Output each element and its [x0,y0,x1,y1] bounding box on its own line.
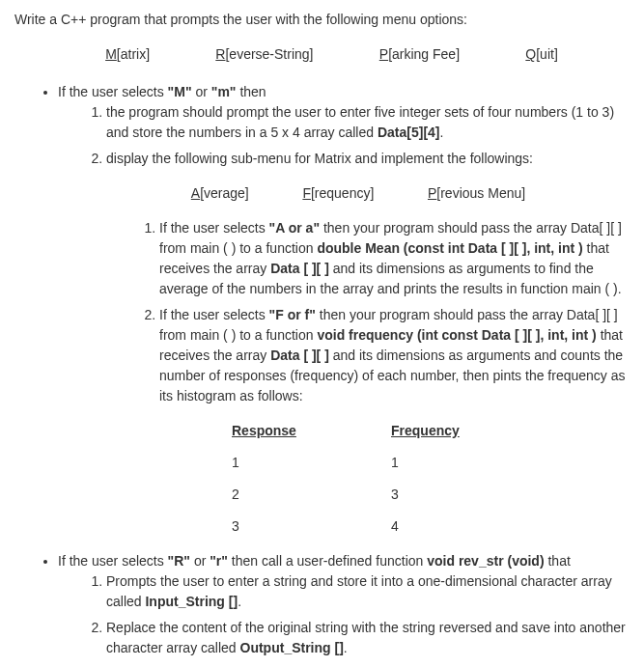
menu-matrix: M[atrix] [105,44,150,65]
main-menu-row: M[atrix] R[everse-String] P[arking Fee] … [14,44,630,65]
submenu-step-f: If the user selects "F or f" then your p… [159,305,630,406]
main-bullet-list: If the user selects "M" or "m" then the … [14,82,630,667]
submenu-frequency: F[requency] [302,183,374,204]
table-header-row: Response Frequency [232,421,630,441]
reverse-steps: Prompts the user to enter a string and s… [58,571,630,667]
bullet-matrix: If the user selects "M" or "m" then the … [58,82,630,537]
header-response: Response [232,421,391,441]
intro-text: Write a C++ program that prompts the use… [14,10,630,30]
menu-reverse: R[everse-String] [215,44,313,65]
submenu-average: A[verage] [191,183,249,204]
bullet-reverse: If the user selects "R" or "r" then call… [58,551,630,667]
submenu-step-a: If the user selects "A or a" then your p… [159,218,630,299]
matrix-step-2: display the following sub-menu for Matri… [106,149,630,169]
submenu-steps: If the user selects "A or a" then your p… [58,218,630,406]
header-frequency: Frequency [391,421,488,441]
matrix-step-1: the program should prompt the user to en… [106,102,630,143]
submenu-previous: P[revious Menu] [428,183,525,204]
table-row: 2 3 [232,485,630,505]
matrix-steps: the program should prompt the user to en… [58,102,630,169]
table-row: 3 4 [232,516,630,537]
sub-menu-row: A[verage] F[requency] P[revious Menu] [58,183,630,204]
menu-parking: P[arking Fee] [379,44,460,65]
reverse-step-1: Prompts the user to enter a string and s… [106,571,630,612]
frequency-table: Response Frequency 1 1 2 3 3 4 [232,421,630,537]
menu-quit: Q[uit] [525,44,557,65]
table-row: 1 1 [232,453,630,473]
reverse-step-2: Replace the content of the original stri… [106,618,630,658]
